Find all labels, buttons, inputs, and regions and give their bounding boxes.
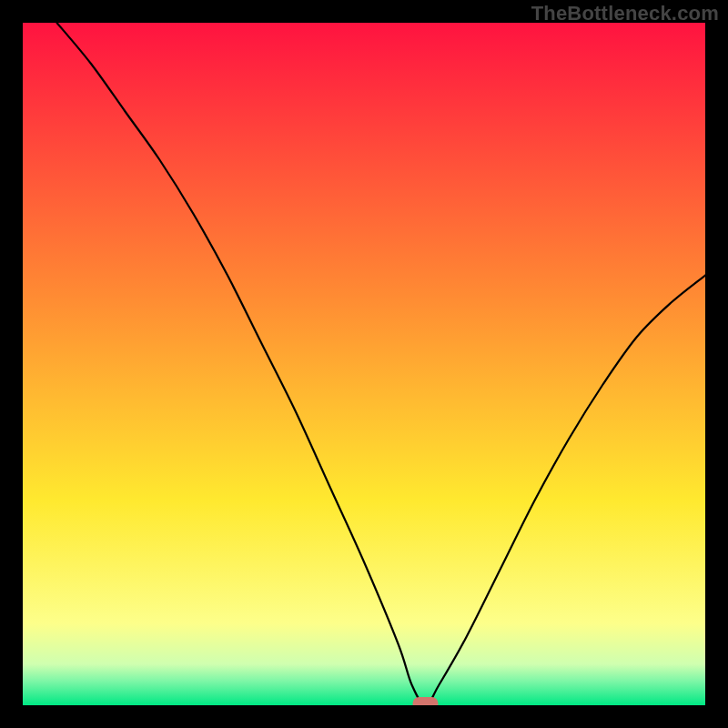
bottleneck-chart [23,23,705,705]
optimal-marker [413,697,439,705]
gradient-background [23,23,705,705]
chart-frame: TheBottleneck.com [0,0,728,728]
plot-area [23,23,705,705]
